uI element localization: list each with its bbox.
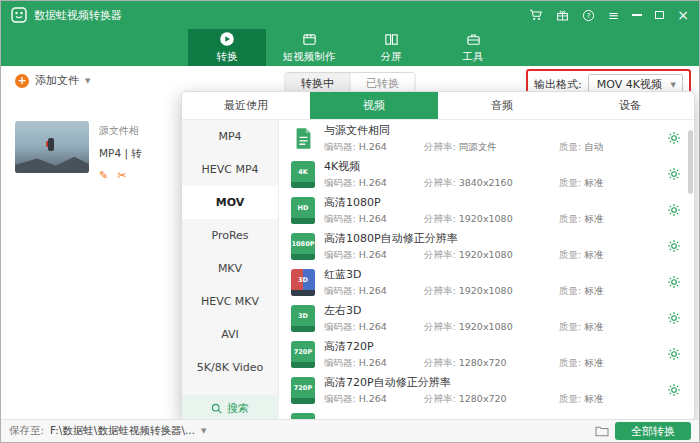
sidebar-item-prores[interactable]: ProRes (182, 219, 278, 252)
format-4k-icon: 4K (291, 161, 315, 188)
format-row-720p-auto[interactable]: 720P 高清720P自动修正分辨率 编码器:H.264分辨率:1280x720… (279, 372, 694, 408)
file-source-text: 源文件相 (99, 124, 142, 138)
format-detail: 编码器:H.264分辨率:1920x1080质量:标准 (324, 249, 603, 262)
gear-icon[interactable] (667, 311, 681, 325)
format-row-text: 高清1080P自动修正分辨率 编码器:H.264分辨率:1920x1080质量:… (324, 231, 603, 262)
sidebar-item-avi[interactable]: AVI (182, 318, 278, 351)
format-row-text: 红蓝3D 编码器:H.264分辨率:1920x1080质量:标准 (324, 267, 603, 298)
tab-audio[interactable]: 音频 (438, 92, 566, 119)
format-detail: 编码器:H.264分辨率:1920x1080质量:标准 (324, 321, 603, 334)
sidebar-item-mp4[interactable]: MP4 (182, 120, 278, 153)
tab-short-video[interactable]: 短视频制作 (270, 29, 348, 66)
format-name: 红蓝3D (324, 267, 603, 282)
tab-tools-label: 工具 (463, 50, 484, 64)
format-picker-body: MP4 HEVC MP4 MOV ProRes MKV HEVC MKV AVI… (182, 120, 694, 421)
video-thumbnail (15, 121, 89, 173)
chevron-down-icon[interactable]: ▼ (201, 427, 206, 435)
gear-icon[interactable] (667, 167, 681, 181)
gear-icon[interactable] (667, 203, 681, 217)
menu-icon[interactable]: ≡ (608, 9, 619, 22)
convert-icon (219, 31, 235, 47)
format-row-anaglyph-3d[interactable]: 3D 红蓝3D 编码器:H.264分辨率:1920x1080质量:标准 (279, 264, 694, 300)
format-picker-popup: 最近使用 视频 音频 设备 MP4 HEVC MP4 MOV ProRes MK… (181, 91, 695, 421)
format-detail: 编码器:H.264分辨率:1920x1080质量:标准 (324, 285, 603, 298)
tab-recently-used[interactable]: 最近使用 (182, 92, 310, 119)
chevron-down-icon: ▼ (85, 77, 90, 85)
save-path-value[interactable]: F:\数据蛙\数据蛙视频转换器\... (50, 424, 195, 438)
cart-icon[interactable] (529, 8, 543, 22)
format-row-text: 左右3D 编码器:H.264分辨率:1920x1080质量:标准 (324, 303, 603, 334)
scrollbar-thumb[interactable] (688, 130, 693, 194)
close-icon[interactable]: × (677, 8, 689, 22)
sidebar-item-5k8k[interactable]: 5K/8K Video (182, 351, 278, 384)
split-screen-icon (384, 32, 399, 47)
open-folder-icon[interactable] (595, 425, 609, 437)
plus-icon: + (15, 74, 29, 88)
sidebar-item-mov[interactable]: MOV (182, 186, 278, 219)
titlebar-actions: ? ≡ × (529, 8, 689, 22)
source-file-icon (291, 125, 315, 152)
format-name: 高清720P自动修正分辨率 (324, 375, 603, 390)
add-files-button[interactable]: + 添加文件 ▼ (15, 73, 90, 88)
film-icon (302, 32, 317, 47)
format-options-list: 与源文件相同 编码器:H.264分辨率:同源文件质量:自动 4K 4K视频 编码… (279, 120, 694, 421)
output-format-label: 输出格式: (534, 77, 582, 92)
format-row-same-as-source[interactable]: 与源文件相同 编码器:H.264分辨率:同源文件质量:自动 (279, 120, 694, 156)
app-title: 数据蛙视频转换器 (34, 8, 122, 23)
tab-convert-label: 转换 (217, 50, 238, 64)
format-hd-icon: HD (291, 197, 315, 224)
convert-all-button[interactable]: 全部转换 (615, 422, 691, 440)
format-redblue-3d-icon: 3D (291, 269, 315, 296)
sidebar-item-hevc-mkv[interactable]: HEVC MKV (182, 285, 278, 318)
edit-icon[interactable]: ✎ (99, 169, 108, 182)
format-detail: 编码器:H.264分辨率:3840x2160质量:标准 (324, 177, 603, 190)
format-sbs-3d-icon: 3D (291, 305, 315, 332)
tab-split-screen[interactable]: 分屏 (352, 29, 430, 66)
format-row-4k[interactable]: 4K 4K视频 编码器:H.264分辨率:3840x2160质量:标准 (279, 156, 694, 192)
gear-icon[interactable] (667, 131, 681, 145)
scissors-icon[interactable]: ✂ (117, 169, 126, 182)
gear-icon[interactable] (667, 383, 681, 397)
format-name: 高清1080P自动修正分辨率 (324, 231, 603, 246)
format-detail: 编码器:H.264分辨率:1920x1080质量:标准 (324, 213, 603, 226)
gear-icon[interactable] (667, 239, 681, 253)
format-name: 高清720P (324, 339, 603, 354)
tab-convert[interactable]: 转换 (188, 29, 266, 66)
chevron-down-icon: ▼ (671, 81, 676, 89)
format-row-text: 高清1080P 编码器:H.264分辨率:1920x1080质量:标准 (324, 195, 603, 226)
app-logo-icon (11, 7, 27, 23)
format-name: 与源文件相同 (324, 123, 603, 138)
format-row-1080p[interactable]: HD 高清1080P 编码器:H.264分辨率:1920x1080质量:标准 (279, 192, 694, 228)
format-detail: 编码器:H.264分辨率:1280x720质量:标准 (324, 393, 603, 406)
container-format-sidebar: MP4 HEVC MP4 MOV ProRes MKV HEVC MKV AVI… (182, 120, 279, 421)
app-window: 数据蛙视频转换器 ? ≡ × 转换 (0, 0, 700, 443)
format-detail: 编码器:H.264分辨率:1280x720质量:标准 (324, 357, 603, 370)
main-nav: 转换 短视频制作 分屏 工具 (1, 29, 699, 66)
tab-device[interactable]: 设备 (566, 92, 694, 119)
gear-icon[interactable] (667, 275, 681, 289)
format-row-text: 高清720P 编码器:H.264分辨率:1280x720质量:标准 (324, 339, 603, 370)
add-files-label: 添加文件 (35, 73, 79, 88)
help-icon[interactable]: ? (582, 9, 595, 22)
tab-tools[interactable]: 工具 (434, 29, 512, 66)
format-detail: 编码器:H.264分辨率:同源文件质量:自动 (324, 141, 603, 154)
format-row-1080p-auto[interactable]: 1080P 高清1080P自动修正分辨率 编码器:H.264分辨率:1920x1… (279, 228, 694, 264)
sidebar-item-hevc-mp4[interactable]: HEVC MP4 (182, 153, 278, 186)
popup-scrollbar[interactable] (688, 122, 693, 419)
bottom-bar: 保存至: F:\数据蛙\数据蛙视频转换器\... ▼ 全部转换 (1, 419, 699, 442)
file-row[interactable]: 源文件相 MP4 | 转 ✎ ✂ (15, 121, 142, 182)
format-720p-icon: 720P (291, 341, 315, 368)
tab-video[interactable]: 视频 (310, 92, 438, 119)
maximize-icon[interactable] (655, 11, 664, 19)
title-bar: 数据蛙视频转换器 ? ≡ × (1, 1, 699, 29)
gear-icon[interactable] (667, 347, 681, 361)
sidebar-item-mkv[interactable]: MKV (182, 252, 278, 285)
format-row-720p[interactable]: 720P 高清720P 编码器:H.264分辨率:1280x720质量:标准 (279, 336, 694, 372)
minimize-icon[interactable] (632, 14, 642, 16)
format-search-button[interactable]: 搜索 (182, 395, 278, 421)
gift-icon[interactable] (556, 9, 569, 22)
save-to-label: 保存至: (9, 424, 44, 438)
svg-text:?: ? (587, 11, 591, 19)
format-row-sbs-3d[interactable]: 3D 左右3D 编码器:H.264分辨率:1920x1080质量:标准 (279, 300, 694, 336)
search-label: 搜索 (227, 401, 249, 416)
